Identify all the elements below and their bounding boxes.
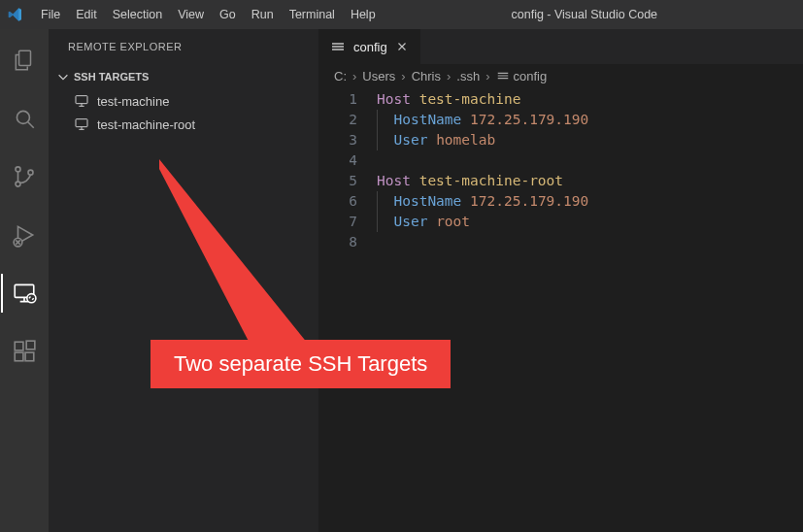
line-number: 7 [318,212,357,232]
chevron-right-icon: › [447,69,451,83]
svg-rect-12 [25,352,34,361]
settings-icon [496,69,510,83]
menu-run[interactable]: Run [244,4,282,25]
svg-rect-14 [76,96,87,104]
sidebar-title: REMOTE EXPLORER [49,29,318,64]
editor-tabs: config [318,29,803,64]
line-number: 5 [318,171,357,191]
activity-bar [0,29,49,532]
breadcrumb-segment[interactable]: C: [334,69,347,83]
code-line[interactable] [377,232,803,252]
activity-search[interactable] [1,99,48,138]
breadcrumbs[interactable]: C:›Users›Chris›.ssh›config [318,64,803,87]
line-number: 6 [318,191,357,212]
sidebar: REMOTE EXPLORER SSH TARGETS test-machine… [49,29,318,532]
monitor-icon [74,116,89,132]
svg-point-1 [17,111,29,123]
title-bar: File Edit Selection View Go Run Terminal… [0,0,803,29]
ssh-target-item[interactable]: test-machine [49,89,318,113]
svg-point-9 [27,294,36,303]
chevron-right-icon: › [352,69,356,83]
menu-terminal[interactable]: Terminal [282,4,343,25]
menu-help[interactable]: Help [343,4,384,25]
settings-icon [330,39,346,54]
activity-run-debug[interactable] [1,216,48,254]
code-line[interactable]: Host test-machine [377,89,803,110]
activity-extensions[interactable] [1,332,48,371]
breadcrumb-segment[interactable]: Users [362,69,395,83]
close-icon[interactable] [395,40,409,53]
line-number: 8 [318,232,357,252]
ssh-targets-section[interactable]: SSH TARGETS [49,64,318,89]
code-line[interactable]: HostName 172.25.179.190 [377,191,803,212]
vscode-logo-icon [8,7,23,22]
svg-rect-10 [15,342,23,350]
monitor-icon [74,93,89,109]
window-title: config - Visual Studio Code [384,8,795,21]
line-number: 1 [318,89,357,110]
callout-box: Two separate SSH Targets [151,340,451,388]
menu-selection[interactable]: Selection [105,4,170,25]
ssh-target-label: test-machine-root [97,117,195,132]
line-number: 2 [318,110,357,130]
ssh-targets-list: test-machinetest-machine-root [49,89,318,136]
chevron-right-icon: › [485,69,489,83]
chevron-right-icon: › [401,69,405,83]
callout-text: Two separate SSH Targets [174,351,427,376]
svg-rect-0 [19,50,31,65]
svg-rect-13 [26,341,35,349]
code-line[interactable]: User homelab [377,130,803,150]
menu-file[interactable]: File [33,4,68,25]
menu-view[interactable]: View [170,4,212,25]
tab-label: config [353,40,387,54]
svg-point-5 [28,170,33,175]
svg-rect-15 [76,119,87,127]
breadcrumb-segment[interactable]: config [496,69,548,83]
svg-point-3 [16,167,20,172]
sidebar-title-label: REMOTE EXPLORER [68,41,183,52]
code-editor[interactable]: 12345678 Host test-machine HostName 172.… [318,87,803,532]
ssh-target-item[interactable]: test-machine-root [49,113,318,136]
editor-area: config C:›Users›Chris›.ssh›config 123456… [318,29,803,532]
activity-source-control[interactable] [1,157,48,196]
line-number-gutter: 12345678 [318,89,377,532]
chevron-down-icon [56,70,70,83]
code-line[interactable]: User root [377,212,803,232]
activity-files[interactable] [1,41,48,80]
activity-remote-explorer[interactable] [1,274,48,313]
breadcrumb-segment[interactable]: .ssh [456,69,480,83]
svg-point-4 [16,182,20,186]
menu-edit[interactable]: Edit [68,4,105,25]
line-number: 3 [318,130,357,150]
code-line[interactable]: Host test-machine-root [377,171,803,191]
code-line[interactable]: HostName 172.25.179.190 [377,110,803,130]
ssh-target-label: test-machine [97,94,169,109]
line-number: 4 [318,150,357,171]
svg-rect-11 [15,352,23,361]
code-content[interactable]: Host test-machine HostName 172.25.179.19… [377,89,803,532]
app-menu: File Edit Selection View Go Run Terminal… [33,4,384,25]
svg-line-2 [28,122,34,128]
ssh-targets-label: SSH TARGETS [74,71,149,83]
code-line[interactable] [377,150,803,171]
menu-go[interactable]: Go [212,4,244,25]
breadcrumb-segment[interactable]: Chris [412,69,441,83]
tab-config[interactable]: config [318,29,421,64]
